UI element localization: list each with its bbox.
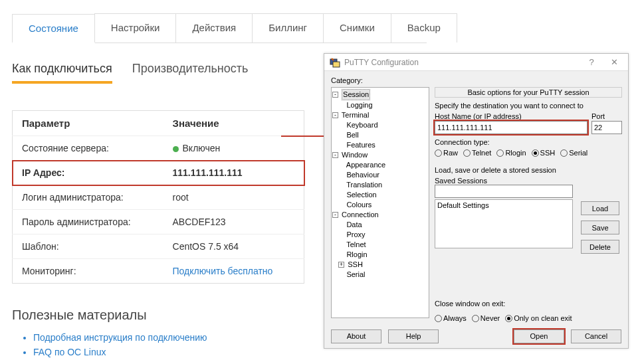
tree-selection[interactable]: Selection [346,191,376,199]
session-default[interactable]: Default Settings [437,201,570,209]
row-ip: IP Адрес: 111.111.111.111 [13,161,304,185]
tree-features[interactable]: Features [346,141,375,149]
row-login: Логин администратора: root [13,185,304,210]
radio-serial[interactable]: Serial [560,149,587,157]
radio-clean[interactable]: Only on clean exit [505,314,572,322]
tab-state[interactable]: Состояние [12,14,95,43]
dest-label: Specify the destination you want to conn… [435,102,622,110]
subtab-performance[interactable]: Производительность [132,62,249,84]
params-table: Параметр Значение Состояние сервера: Вкл… [12,110,304,284]
putty-icon [330,57,340,68]
putty-window: PuTTY Configuration ? ✕ Category: - Sess… [324,53,629,349]
link-monitoring[interactable]: Подключить бесплатно [173,266,273,276]
port-label: Port [591,112,622,120]
value-login: root [163,185,304,210]
port-input[interactable] [591,121,622,134]
hostname-input[interactable] [435,121,587,134]
tree-proxy[interactable]: Proxy [346,230,365,238]
row-template: Шаблон: CentOS 7.5 x64 [13,234,304,259]
status-dot-icon [173,146,179,152]
value-template: CentOS 7.5 x64 [163,234,304,259]
tree-terminal[interactable]: Terminal [342,111,370,119]
tree-colours[interactable]: Colours [346,201,372,209]
radio-rlogin[interactable]: Rlogin [496,149,526,157]
label-state: Состояние сервера: [13,136,163,161]
label-ip: IP Адрес: [13,161,163,185]
tree-telnet[interactable]: Telnet [346,240,366,248]
saved-sessions-label: Saved Sessions [435,177,622,185]
sessions-list[interactable]: Default Settings [435,199,573,248]
tree-appearance[interactable]: Appearance [346,161,385,169]
tree-window[interactable]: Window [342,151,368,159]
tree-translation[interactable]: Translation [346,181,382,189]
radio-telnet[interactable]: Telnet [463,149,491,157]
session-panel: Basic options for your PuTTY session Spe… [435,87,622,318]
close-button[interactable]: ✕ [603,57,625,67]
radio-ssh[interactable]: SSH [532,149,556,157]
tab-settings[interactable]: Настройки [94,13,177,43]
row-monitoring: Мониторинг: Подключить бесплатно [13,259,304,284]
save-button[interactable]: Save [581,221,619,234]
conn-type-label: Connection type: [435,138,622,146]
category-tree[interactable]: - Session Logging - Terminal Keyboard Be… [331,87,429,318]
session-name-input[interactable] [435,185,573,198]
tab-snapshots[interactable]: Снимки [323,13,391,43]
tree-session[interactable]: Session [342,89,370,100]
label-template: Шаблон: [13,234,163,259]
sessions-group-label: Load, save or delete a stored session [435,166,622,174]
host-label: Host Name (or IP address) [435,112,587,120]
help-button[interactable]: ? [580,57,603,67]
tab-backup[interactable]: Backup [391,13,457,43]
tree-ssh[interactable]: SSH [348,260,363,268]
subtab-connect[interactable]: Как подключиться [12,62,112,84]
open-button[interactable]: Open [514,329,564,343]
tab-actions[interactable]: Действия [175,13,253,43]
row-password: Пароль администратора: ABCDEF123 [13,210,304,234]
label-monitoring: Мониторинг: [13,259,163,284]
value-state: Включен [183,143,221,153]
tree-bell[interactable]: Bell [346,131,358,139]
tree-rlogin[interactable]: Rlogin [346,250,367,258]
main-tabs: Состояние Настройки Действия Биллинг Сни… [12,13,427,43]
radio-never[interactable]: Never [472,314,500,322]
tree-keyboard[interactable]: Keyboard [346,121,377,129]
col-param: Параметр [13,111,163,136]
value-password: ABCDEF123 [163,210,304,234]
cancel-button[interactable]: Cancel [571,329,621,343]
tree-logging[interactable]: Logging [346,101,372,109]
row-state: Состояние сервера: Включен [13,136,304,161]
help-button-bottom[interactable]: Help [388,329,439,343]
label-login: Логин администратора: [13,185,163,210]
tree-serial[interactable]: Serial [346,270,365,278]
value-ip: 111.111.111.111 [163,161,304,185]
tree-connection[interactable]: Connection [342,211,379,219]
radio-always[interactable]: Always [435,314,467,322]
about-button[interactable]: About [331,329,381,343]
close-on-exit-label: Close window on exit: [435,300,505,308]
col-value: Значение [163,111,304,136]
tab-billing[interactable]: Биллинг [252,13,324,43]
label-password: Пароль администратора: [13,210,163,234]
load-button[interactable]: Load [581,201,619,215]
tree-behaviour[interactable]: Behaviour [346,171,379,179]
tree-data[interactable]: Data [346,221,362,228]
svg-rect-3 [333,62,340,67]
titlebar[interactable]: PuTTY Configuration ? ✕ [324,54,628,71]
radio-raw[interactable]: Raw [435,149,458,157]
category-label: Category: [331,76,363,84]
panel-title: Basic options for your PuTTY session [435,87,622,98]
delete-button[interactable]: Delete [581,240,619,254]
window-title: PuTTY Configuration [344,58,419,67]
